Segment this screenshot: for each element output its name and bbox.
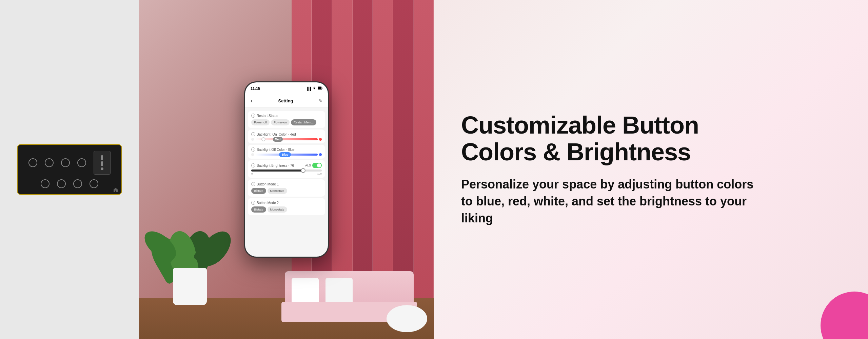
switch-button-1 [28,158,37,167]
switch-button-4 [77,158,86,167]
button-mode-1-label: i Button Mode 1 [251,182,322,186]
info-icon-mode2: i [251,201,255,205]
button-mode-2-label: i Button Mode 2 [251,201,322,205]
brightness-label: i Backlight Brightness · 76 [251,163,294,167]
button-mode-1-section: i Button Mode 1 Bistate Monostate [248,179,325,197]
battery-icon [318,86,322,91]
signal-icon: ▐▐ [306,87,311,91]
backlight-off-label: i Backlight Off Color · Blue [251,147,322,152]
sofa-cushion-1 [292,278,319,305]
phone-content: i Restart Status Power-off Power-on Rest… [245,107,328,255]
table [387,305,427,332]
monostate-btn-1[interactable]: Monostate [268,188,287,194]
right-panel: Customizable Button Colors & Brightness … [434,0,868,339]
button-mode-1-group: Bistate Monostate [251,188,322,194]
switch-top-row [28,151,111,175]
toggle-thumb [317,163,321,167]
als-switch[interactable] [312,163,322,168]
backlight-on-color-section: i Backlight_On_Color · Red Red [248,129,325,143]
screen-title: Setting [278,98,293,103]
monostate-btn-2[interactable]: Monostate [268,206,287,213]
plant-area [159,186,220,305]
plant-leaves [163,183,217,278]
plant-pot [173,268,207,305]
switch-button-6 [57,179,66,188]
phone-mockup: 11:15 ▐▐ ‹ Setting ✎ [244,81,329,258]
back-button[interactable]: ‹ [251,97,253,104]
color-dot-end [319,138,322,141]
svg-rect-1 [322,88,323,89]
stripe-7 [414,0,434,339]
switch-bottom-row [41,179,98,188]
phone-app-header: ‹ Setting ✎ [245,95,328,107]
switch-button-7 [73,179,82,188]
outlet-slot-ground [101,167,103,170]
blue-slider-track: Blue [255,154,318,156]
red-color-pill: Red [273,137,283,142]
color-dot-off-start [251,153,254,156]
power-off-btn[interactable]: Power-off [251,119,270,125]
als-toggle: ALS [305,163,322,168]
power-on-btn[interactable]: Power-on [271,119,290,125]
restart-button-group: Power-off Power-on Restart Mem... [251,119,322,125]
switch-outlet [94,151,111,175]
button-mode-2-group: Bistate Monostate [251,206,322,213]
brightness-header-row: i Backlight Brightness · 76 ALS [251,163,322,168]
phone-status-icons: ▐▐ [306,86,322,91]
color-dot-start [251,138,254,141]
brightness-fill [251,170,302,172]
red-slider-track: Red [255,138,318,140]
switch-button-5 [41,179,50,188]
phone-status-bar: 11:15 ▐▐ [245,82,328,95]
outlet-slot-1 [101,155,103,160]
restart-mem-btn[interactable]: Restart Mem... [291,119,316,125]
info-icon-brightness: i [251,163,255,167]
info-icon-mode1: i [251,182,255,186]
sofa-cushion-2 [326,278,353,305]
brightness-slider-track [251,170,322,172]
backlight-brightness-section: i Backlight Brightness · 76 ALS [248,160,325,178]
backlight-off-color-section: i Backlight Off Color · Blue Blue [248,145,325,159]
info-icon-backlight-off: i [251,147,255,152]
phone-time: 11:15 [251,86,260,91]
home-icon [113,187,118,192]
bistate-btn-1[interactable]: Bistate [251,188,266,194]
switch-button-2 [45,158,54,167]
left-panel [0,0,139,339]
middle-panel: 11:15 ▐▐ ‹ Setting ✎ [139,0,434,339]
button-mode-2-section: i Button Mode 2 Bistate Monostate [248,198,325,215]
bistate-btn-2[interactable]: Bistate [251,206,266,213]
edit-button[interactable]: ✎ [319,98,322,103]
backlight-on-color-slider: Red [251,138,322,141]
red-slider-thumb[interactable] [261,137,265,141]
backlight-off-color-slider: Blue [251,153,322,156]
info-icon-restart: i [251,114,255,118]
headline: Customizable Button Colors & Brightness [461,112,841,165]
outlet-slot-2 [101,161,103,166]
backlight-on-label: i Backlight_On_Color · Red [251,132,322,136]
svg-rect-2 [318,87,321,89]
brightness-slider-thumb[interactable] [301,168,305,173]
color-dot-off-end [319,153,322,156]
restart-status-section: i Restart Status Power-off Power-on Rest… [248,111,325,128]
brightness-range-labels: 0 100 [251,172,322,175]
switch-button-3 [61,158,70,167]
subheadline: Personalize your space by adjusting butt… [461,176,766,227]
switch-button-8 [90,179,98,188]
blue-color-pill: Blue [279,152,291,157]
info-icon-backlight-on: i [251,132,255,136]
wifi-icon [312,86,316,91]
restart-status-label: i Restart Status [251,114,322,118]
phone-screen: ‹ Setting ✎ i Restart Status Power-off P… [245,95,328,257]
device-switch-image [17,144,122,195]
